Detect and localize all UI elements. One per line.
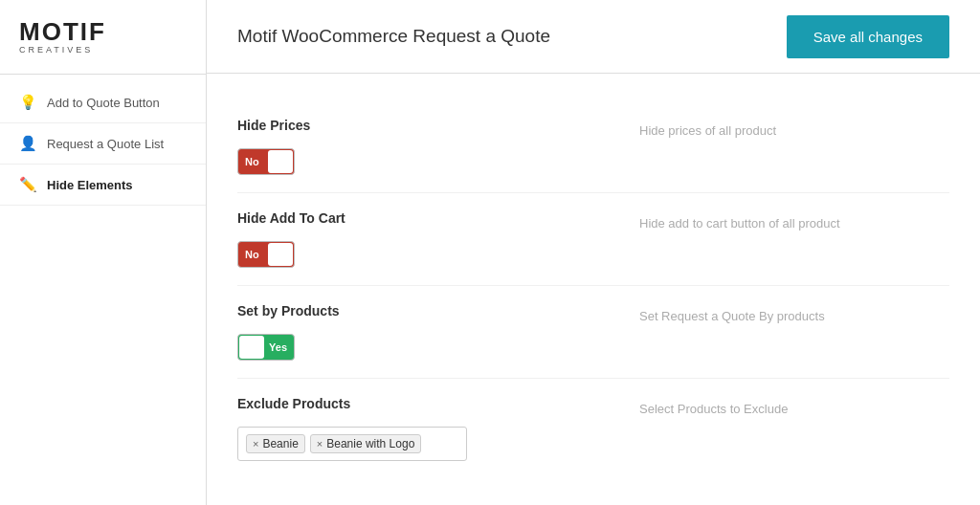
person-icon: 👤 xyxy=(19,135,37,152)
section-right-set-by-products: Set Request a Quote By products xyxy=(639,303,949,323)
hide-add-to-cart-toggle[interactable]: No xyxy=(237,241,639,268)
sidebar-item-request-quote-list[interactable]: 👤 Request a Quote List xyxy=(0,123,206,165)
header: Motif WooCommerce Request a Quote Save a… xyxy=(207,0,980,74)
tag-beanie-with-logo: × Beanie with Logo xyxy=(310,434,422,453)
main-content: Motif WooCommerce Request a Quote Save a… xyxy=(207,0,980,505)
logo-motif: MOTIF xyxy=(19,19,106,44)
sidebar-item-add-to-quote[interactable]: 💡 Add to Quote Button xyxy=(0,82,206,123)
tag-beanie-remove[interactable]: × xyxy=(253,438,258,450)
set-by-products-toggle-track[interactable]: Yes xyxy=(237,334,295,361)
sidebar: MOTIF CREATIVES 💡 Add to Quote Button 👤 … xyxy=(0,0,207,505)
set-by-products-toggle-label: Yes xyxy=(269,341,287,353)
logo-sub: CREATIVES xyxy=(19,45,93,55)
section-right-hide-add-to-cart: Hide add to cart button of all product xyxy=(639,210,949,231)
hide-add-to-cart-label: Hide Add To Cart xyxy=(237,210,639,226)
tag-beanie-with-logo-label: Beanie with Logo xyxy=(326,437,414,450)
content-area: Hide Prices No Hide prices of all produc… xyxy=(207,74,980,505)
hide-prices-toggle-track[interactable]: No xyxy=(237,148,295,175)
page-title: Motif WooCommerce Request a Quote xyxy=(237,26,550,47)
section-hide-prices: Hide Prices No Hide prices of all produc… xyxy=(237,100,949,193)
section-right-exclude-products: Select Products to Exclude xyxy=(639,396,949,416)
exclude-products-tags-input[interactable]: × Beanie × Beanie with Logo xyxy=(237,427,467,461)
set-by-products-description: Set Request a Quote By products xyxy=(639,309,825,323)
section-hide-add-to-cart: Hide Add To Cart No Hide add to cart but… xyxy=(237,193,949,286)
hide-add-to-cart-toggle-track[interactable]: No xyxy=(237,241,295,268)
exclude-products-label: Exclude Products xyxy=(237,396,639,411)
bulb-icon: 💡 xyxy=(19,94,37,111)
section-left-hide-add-to-cart: Hide Add To Cart No xyxy=(237,210,639,268)
hide-prices-label: Hide Prices xyxy=(237,118,639,133)
sidebar-item-label: Hide Elements xyxy=(47,178,133,192)
tag-beanie-label: Beanie xyxy=(262,437,298,450)
section-set-by-products: Set by Products Yes Set Request a Quote … xyxy=(237,286,949,379)
sidebar-item-hide-elements[interactable]: ✏️ Hide Elements xyxy=(0,165,206,206)
hide-prices-toggle-knob xyxy=(268,150,293,173)
sidebar-nav: 💡 Add to Quote Button 👤 Request a Quote … xyxy=(0,75,206,206)
exclude-products-description: Select Products to Exclude xyxy=(639,402,788,416)
tag-beanie-with-logo-remove[interactable]: × xyxy=(317,438,323,450)
hide-add-to-cart-description: Hide add to cart button of all product xyxy=(639,216,840,231)
hide-add-to-cart-toggle-knob xyxy=(268,243,293,266)
set-by-products-toggle-knob xyxy=(239,336,264,359)
section-left-exclude-products: Exclude Products × Beanie × Beanie with … xyxy=(237,396,639,461)
hide-prices-toggle[interactable]: No xyxy=(237,148,639,175)
set-by-products-label: Set by Products xyxy=(237,303,639,318)
section-left-hide-prices: Hide Prices No xyxy=(237,118,639,175)
hide-prices-toggle-label: No xyxy=(245,156,259,167)
section-right-hide-prices: Hide prices of all product xyxy=(639,118,949,138)
sidebar-item-label: Request a Quote List xyxy=(47,137,164,151)
section-left-set-by-products: Set by Products Yes xyxy=(237,303,639,361)
logo-area: MOTIF CREATIVES xyxy=(0,0,206,75)
pen-icon: ✏️ xyxy=(19,176,37,193)
hide-prices-description: Hide prices of all product xyxy=(639,123,776,138)
hide-add-to-cart-toggle-label: No xyxy=(245,249,259,260)
tag-beanie: × Beanie xyxy=(246,434,305,453)
sidebar-item-label: Add to Quote Button xyxy=(47,96,160,110)
save-all-changes-button[interactable]: Save all changes xyxy=(787,15,949,58)
section-exclude-products: Exclude Products × Beanie × Beanie with … xyxy=(237,379,949,478)
set-by-products-toggle[interactable]: Yes xyxy=(237,334,639,361)
